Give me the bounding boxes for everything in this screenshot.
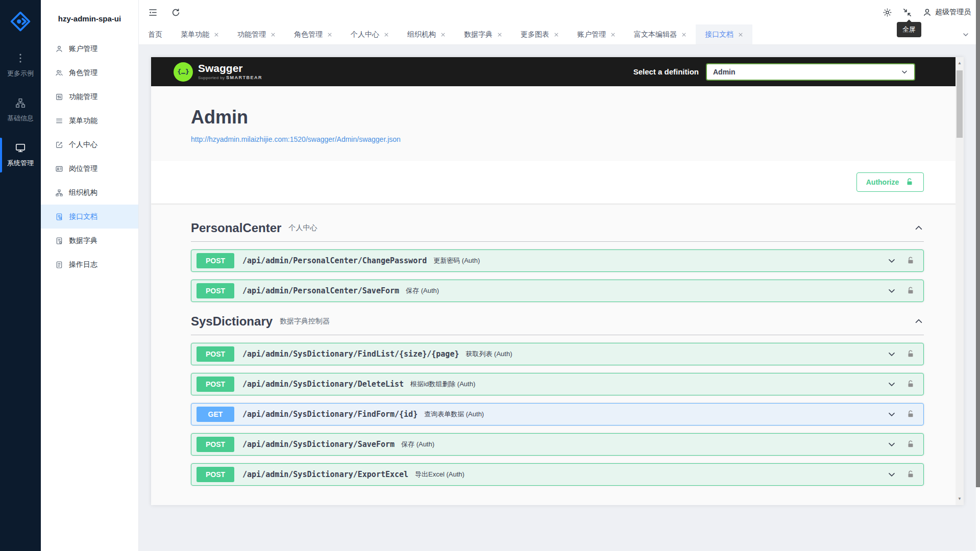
lock-open-icon[interactable] — [906, 440, 915, 449]
app-logo[interactable] — [0, 0, 41, 43]
rail-item-基础信息[interactable]: 基础信息 — [0, 88, 41, 133]
tab-更多图表[interactable]: 更多图表 — [511, 24, 568, 44]
chevron-down-icon[interactable] — [887, 469, 897, 480]
chevron-up-icon[interactable] — [914, 316, 924, 327]
close-icon[interactable] — [497, 32, 502, 37]
user-name: 超级管理员 — [935, 8, 971, 17]
close-icon[interactable] — [681, 32, 687, 37]
tab-富文本编辑器[interactable]: 富文本编辑器 — [625, 24, 696, 44]
lock-open-icon[interactable] — [906, 380, 915, 389]
sidebar-item-岗位管理[interactable]: 岗位管理 — [41, 157, 138, 181]
gear-icon[interactable] — [883, 8, 892, 17]
lock-open-icon[interactable] — [906, 256, 915, 265]
close-icon[interactable] — [610, 32, 616, 37]
swagger-scrollbar[interactable]: ▲ ▼ — [955, 57, 964, 505]
close-icon[interactable] — [440, 32, 446, 37]
definition-select[interactable]: Admin — [706, 63, 915, 81]
sidebar-item-label: 账户管理 — [69, 44, 97, 54]
definition-select-value: Admin — [713, 68, 736, 76]
sidebar-item-角色管理[interactable]: 角色管理 — [41, 61, 138, 85]
rail-item-更多示例[interactable]: 更多示例 — [0, 43, 41, 88]
tab-label: 菜单功能 — [181, 30, 209, 39]
tab-首页[interactable]: 首页 — [139, 24, 172, 44]
endpoint-row-/api/admin/SysDictionary/SaveForm[interactable]: POST /api/admin/SysDictionary/SaveForm 保… — [191, 433, 924, 456]
tab-账户管理[interactable]: 账户管理 — [568, 24, 625, 44]
user-avatar-icon — [922, 8, 932, 17]
tab-菜单功能[interactable]: 菜单功能 — [172, 24, 228, 44]
api-spec-url[interactable]: http://hzyadmin.milaizhijie.com:1520/swa… — [191, 135, 924, 143]
section-header[interactable]: PersonalCenter 个人中心 — [191, 221, 924, 242]
section-header[interactable]: SysDictionary 数据字典控制器 — [191, 314, 924, 335]
close-icon[interactable] — [384, 32, 389, 37]
top-toolbar: 超级管理员 — [139, 0, 980, 24]
chevron-down-icon[interactable] — [887, 379, 897, 389]
function-icon — [55, 93, 63, 101]
chevron-down-icon[interactable] — [887, 409, 897, 419]
sidebar-item-数据字典[interactable]: 数据字典 — [41, 229, 138, 253]
endpoint-description: 保存 (Auth) — [406, 286, 439, 295]
sidebar-item-菜单功能[interactable]: 菜单功能 — [41, 109, 138, 133]
api-info-section: Admin http://hzyadmin.milaizhijie.com:15… — [151, 86, 964, 161]
chevron-down-icon[interactable] — [887, 286, 897, 296]
endpoint-description: 更新密码 (Auth) — [433, 256, 480, 265]
tab-角色管理[interactable]: 角色管理 — [285, 24, 341, 44]
tab-个人中心[interactable]: 个人中心 — [341, 24, 398, 44]
endpoint-path: /api/admin/SysDictionary/FindList/{size}… — [242, 349, 459, 359]
close-icon[interactable] — [271, 32, 276, 37]
endpoint-row-/api/admin/PersonalCenter/ChangePassword[interactable]: POST /api/admin/PersonalCenter/ChangePas… — [191, 249, 924, 272]
endpoint-row-/api/admin/SysDictionary/FindList/{size}/{page}[interactable]: POST /api/admin/SysDictionary/FindList/{… — [191, 343, 924, 365]
sidebar-item-操作日志[interactable]: 操作日志 — [41, 253, 138, 277]
scrollbar-thumb[interactable] — [957, 70, 963, 138]
lock-open-icon[interactable] — [906, 349, 915, 359]
api-section-PersonalCenter: PersonalCenter 个人中心 POST /api/admin/Pers… — [191, 221, 924, 302]
window-scrollbar-thumb[interactable] — [976, 0, 980, 487]
authorize-button[interactable]: Authorize — [856, 172, 924, 192]
chevron-down-icon[interactable] — [887, 256, 897, 266]
tab-数据字典[interactable]: 数据字典 — [455, 24, 511, 44]
window-scrollbar[interactable] — [976, 0, 980, 551]
scroll-down-icon[interactable]: ▼ — [955, 496, 964, 502]
endpoint-row-/api/admin/PersonalCenter/SaveForm[interactable]: POST /api/admin/PersonalCenter/SaveForm … — [191, 280, 924, 302]
sidebar-item-个人中心[interactable]: 个人中心 — [41, 133, 138, 157]
chevron-down-icon[interactable] — [887, 439, 897, 449]
scroll-up-icon[interactable]: ▲ — [955, 60, 964, 66]
lock-open-icon[interactable] — [906, 286, 915, 295]
rail-item-系统管理[interactable]: 系统管理 — [0, 133, 41, 178]
tab-组织机构[interactable]: 组织机构 — [398, 24, 455, 44]
method-badge: GET — [197, 407, 234, 422]
swagger-logo-icon: {…} — [174, 62, 193, 82]
close-icon[interactable] — [214, 32, 219, 37]
tab-label: 组织机构 — [407, 30, 436, 39]
close-icon[interactable] — [738, 32, 743, 37]
sidebar-item-账户管理[interactable]: 账户管理 — [41, 37, 138, 61]
lock-open-icon[interactable] — [906, 470, 915, 479]
endpoint-row-/api/admin/SysDictionary/ExportExcel[interactable]: POST /api/admin/SysDictionary/ExportExce… — [191, 463, 924, 486]
tab-label: 账户管理 — [577, 30, 606, 39]
scheme-container: Authorize — [151, 161, 964, 204]
sidebar-item-功能管理[interactable]: 功能管理 — [41, 85, 138, 109]
sidebar-item-接口文档[interactable]: 接口文档 — [41, 205, 138, 229]
more-dots-icon — [15, 53, 26, 64]
sidebar-item-组织机构[interactable]: 组织机构 — [41, 181, 138, 205]
user-menu[interactable]: 超级管理员 — [922, 8, 971, 17]
exit-fullscreen-icon[interactable] — [902, 8, 912, 17]
tab-bar: 首页 菜单功能 功能管理 角色管理 个人中心 组织机构 数据字典 更多图表 — [139, 24, 980, 45]
close-icon[interactable] — [327, 32, 332, 37]
sidebar-item-label: 岗位管理 — [69, 164, 97, 173]
close-icon[interactable] — [554, 32, 559, 37]
swagger-logo[interactable]: {…} Swagger Supported by SMARTBEAR — [174, 62, 262, 82]
lock-open-icon[interactable] — [906, 410, 915, 419]
section-subtitle: 数据字典控制器 — [280, 317, 330, 326]
tab-接口文档[interactable]: 接口文档 — [696, 24, 752, 44]
endpoint-row-/api/admin/SysDictionary/FindForm/{id}[interactable]: GET /api/admin/SysDictionary/FindForm/{i… — [191, 403, 924, 425]
menu-fold-icon[interactable] — [148, 8, 158, 17]
chevron-down-icon[interactable] — [887, 349, 897, 359]
tab-label: 角色管理 — [294, 30, 323, 39]
method-badge: POST — [197, 377, 234, 392]
sidebar-item-label: 数据字典 — [69, 236, 97, 245]
tab-label: 功能管理 — [237, 30, 266, 39]
refresh-icon[interactable] — [171, 8, 181, 17]
tab-功能管理[interactable]: 功能管理 — [228, 24, 285, 44]
endpoint-row-/api/admin/SysDictionary/DeleteList[interactable]: POST /api/admin/SysDictionary/DeleteList… — [191, 373, 924, 395]
chevron-up-icon[interactable] — [914, 223, 924, 233]
